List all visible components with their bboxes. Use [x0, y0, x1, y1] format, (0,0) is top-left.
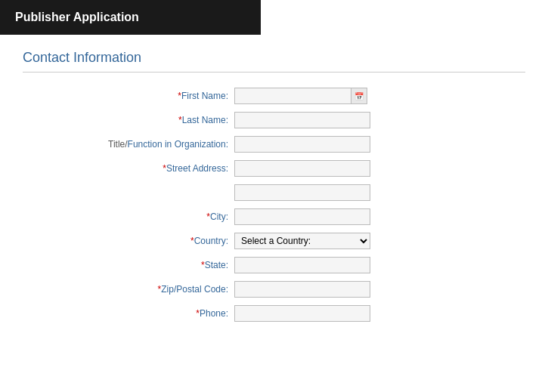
state-input[interactable]: [234, 257, 370, 273]
main-content: Contact Information *First Name: 📅 *Last…: [0, 35, 548, 344]
zip-postal-row: *Zip/Postal Code:: [23, 281, 525, 298]
street-address-input[interactable]: [234, 160, 370, 177]
country-select[interactable]: Select a Country:: [234, 233, 370, 249]
phone-row: *Phone:: [23, 305, 525, 322]
country-label: *Country:: [23, 236, 234, 246]
section-divider: [23, 72, 525, 73]
first-name-label: *First Name:: [23, 91, 234, 101]
street-address-2-input[interactable]: [234, 184, 370, 201]
last-name-label: *Last Name:: [23, 115, 234, 125]
city-row: *City:: [23, 208, 525, 225]
zip-postal-input[interactable]: [234, 281, 370, 298]
street-address-2-row: [23, 184, 525, 201]
phone-label: *Phone:: [23, 308, 234, 319]
state-label: *State:: [23, 260, 234, 270]
first-name-input[interactable]: [234, 88, 351, 104]
country-row: *Country: Select a Country:: [23, 233, 525, 249]
state-row: *State:: [23, 257, 525, 273]
section-title: Contact Information: [23, 50, 525, 66]
title-function-row: Title/Function in Organization:: [23, 136, 525, 153]
phone-input[interactable]: [234, 305, 370, 322]
city-input[interactable]: [234, 208, 370, 225]
city-label: *City:: [23, 211, 234, 222]
street-address-label: *Street Address:: [23, 163, 234, 174]
title-function-label: Title/Function in Organization:: [23, 139, 234, 150]
first-name-input-wrapper: 📅: [234, 88, 367, 104]
last-name-input[interactable]: [234, 112, 370, 128]
first-name-row: *First Name: 📅: [23, 88, 525, 104]
last-name-row: *Last Name:: [23, 112, 525, 128]
calendar-icon[interactable]: 📅: [351, 88, 367, 104]
app-title: Publisher Application: [15, 11, 139, 23]
title-function-input[interactable]: [234, 136, 370, 153]
header: Publisher Application: [0, 0, 261, 35]
street-address-row: *Street Address:: [23, 160, 525, 177]
zip-postal-label: *Zip/Postal Code:: [23, 284, 234, 295]
